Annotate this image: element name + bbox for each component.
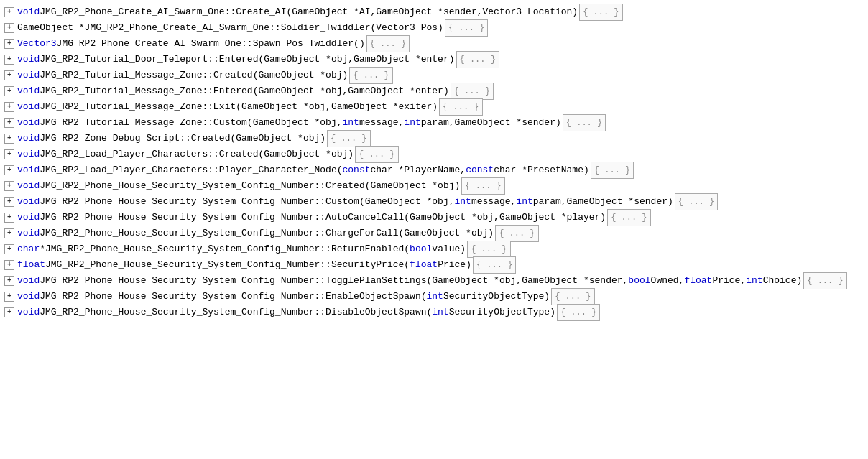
kw-char-16: char [17, 241, 40, 257]
kw-void-10: void [17, 147, 40, 162]
expand-btn-15[interactable]: + [4, 228, 14, 238]
expand-btn-2[interactable]: + [4, 23, 14, 33]
expand-btn-3[interactable]: + [4, 39, 14, 49]
kw-void-4: void [17, 52, 40, 68]
code-line-1: + void JMG_RP2_Phone_Create_AI_Swarm_One… [0, 4, 868, 20]
expand-btn-11[interactable]: + [4, 165, 14, 175]
fn-sig-17a: JMG_RP2_Phone_House_Security_System_Conf… [45, 257, 410, 273]
fn-sig-3: JMG_RP2_Phone_Create_AI_Swarm_One::Spawn… [57, 36, 365, 52]
kw-void-6: void [17, 83, 40, 99]
kw-int-13a: int [455, 194, 471, 210]
collapse-16[interactable]: { ... } [467, 241, 510, 258]
fn-sig-10: JMG_RP2_Load_Player_Characters::Created(… [40, 147, 354, 162]
expand-btn-6[interactable]: + [4, 86, 14, 96]
collapse-19[interactable]: { ... } [551, 288, 594, 305]
expand-btn-20[interactable]: + [4, 307, 14, 317]
fn-sig-1: JMG_RP2_Phone_Create_AI_Swarm_One::Creat… [40, 4, 578, 20]
kw-bool-18: bool [628, 273, 650, 289]
expand-btn-1[interactable]: + [4, 7, 14, 17]
code-line-12: + void JMG_RP2_Phone_House_Security_Syst… [0, 178, 868, 194]
fn-sig-14: JMG_RP2_Phone_House_Security_System_Conf… [40, 210, 606, 226]
collapse-10[interactable]: { ... } [355, 146, 398, 163]
collapse-17[interactable]: { ... } [473, 256, 516, 274]
kw-void-7: void [17, 99, 40, 115]
kw-float-18: float [684, 273, 712, 289]
fn-sig-9: JMG_RP2_Zone_Debug_Script::Created(GameO… [40, 131, 326, 147]
fn-sig-6: JMG_RP2_Tutorial_Message_Zone::Entered(G… [40, 83, 449, 99]
collapse-7[interactable]: { ... } [439, 98, 482, 116]
expand-btn-9[interactable]: + [4, 134, 14, 144]
expand-btn-5[interactable]: + [4, 70, 14, 80]
collapse-15[interactable]: { ... } [495, 225, 538, 242]
fn-sig-12: JMG_RP2_Phone_House_Security_System_Conf… [40, 178, 460, 194]
kw-void-1: void [17, 4, 40, 20]
code-line-15: + void JMG_RP2_Phone_House_Security_Syst… [0, 226, 868, 241]
fn-sig-18d: Choice) [763, 273, 803, 289]
fn-sig-19b: SecurityObjectType) [443, 289, 550, 305]
collapse-9[interactable]: { ... } [327, 130, 370, 147]
collapse-12[interactable]: { ... } [461, 177, 504, 195]
code-container: + void JMG_RP2_Phone_Create_AI_Swarm_One… [0, 3, 868, 322]
collapse-14[interactable]: { ... } [607, 209, 650, 226]
kw-void-11: void [17, 162, 40, 178]
code-line-18: + void JMG_RP2_Phone_House_Security_Syst… [0, 273, 868, 289]
kw-void-9: void [17, 131, 40, 147]
code-line-10: + void JMG_RP2_Load_Player_Characters::C… [0, 147, 868, 162]
code-line-9: + void JMG_RP2_Zone_Debug_Script::Create… [0, 131, 868, 147]
code-line-6: + void JMG_RP2_Tutorial_Message_Zone::En… [0, 83, 868, 99]
kw-void-19: void [17, 289, 40, 305]
fn-sig-11c: char *PresetName) [494, 162, 589, 178]
kw-int-13b: int [516, 194, 532, 210]
collapse-3[interactable]: { ... } [366, 35, 410, 52]
fn-sig-18c: Price, [712, 273, 746, 289]
expand-btn-14[interactable]: + [4, 213, 14, 223]
fn-sig-11b: char *PlayerName, [371, 162, 466, 178]
expand-btn-12[interactable]: + [4, 181, 14, 191]
fn-sig-4: JMG_RP2_Tutorial_Door_Teleport::Entered(… [40, 52, 454, 68]
code-line-4: + void JMG_RP2_Tutorial_Door_Teleport::E… [0, 52, 868, 68]
fn-sig-2: GameObject *JMG_RP2_Phone_Create_AI_Swar… [17, 20, 443, 36]
fn-sig-13b: message, [471, 194, 516, 210]
collapse-2[interactable]: { ... } [445, 19, 488, 37]
kw-void-8: void [17, 115, 40, 131]
collapse-20[interactable]: { ... } [557, 304, 600, 321]
expand-btn-8[interactable]: + [4, 118, 14, 128]
expand-btn-13[interactable]: + [4, 197, 14, 207]
code-line-8: + void JMG_RP2_Tutorial_Message_Zone::Cu… [0, 115, 868, 131]
fn-sig-8c: param,GameObject *sender) [421, 115, 561, 131]
expand-btn-18[interactable]: + [4, 276, 14, 286]
expand-btn-7[interactable]: + [4, 102, 14, 112]
expand-btn-4[interactable]: + [4, 55, 14, 65]
collapse-11[interactable]: { ... } [591, 162, 634, 179]
kw-int-8a: int [343, 115, 359, 131]
expand-btn-17[interactable]: + [4, 260, 14, 270]
expand-btn-10[interactable]: + [4, 149, 14, 159]
kw-int-20: int [432, 305, 448, 320]
kw-void-14: void [17, 210, 40, 226]
code-line-13: + void JMG_RP2_Phone_House_Security_Syst… [0, 194, 868, 210]
kw-int-19: int [427, 289, 443, 305]
code-line-19: + void JMG_RP2_Phone_House_Security_Syst… [0, 289, 868, 305]
fn-sig-8b: message, [359, 115, 404, 131]
collapse-6[interactable]: { ... } [451, 83, 494, 100]
expand-btn-19[interactable]: + [4, 292, 14, 302]
kw-const-11b: const [466, 162, 494, 178]
fn-sig-17b: Price) [438, 257, 471, 273]
code-line-11: + void JMG_RP2_Load_Player_Characters::P… [0, 162, 868, 178]
kw-void-18: void [17, 273, 40, 289]
kw-void-5: void [17, 68, 40, 83]
collapse-13[interactable]: { ... } [675, 193, 718, 210]
collapse-5[interactable]: { ... } [349, 67, 392, 84]
collapse-18[interactable]: { ... } [803, 272, 846, 289]
fn-sig-20b: SecurityObjectType) [449, 305, 555, 320]
collapse-8[interactable]: { ... } [563, 114, 606, 131]
collapse-1[interactable]: { ... } [579, 4, 622, 21]
fn-sig-20a: JMG_RP2_Phone_House_Security_System_Conf… [40, 305, 432, 320]
fn-sig-18b: Owned, [651, 273, 685, 289]
fn-sig-13c: param,GameObject *sender) [533, 194, 673, 210]
fn-sig-16b: value) [432, 241, 466, 257]
collapse-4[interactable]: { ... } [456, 51, 499, 68]
expand-btn-16[interactable]: + [4, 244, 14, 254]
code-line-7: + void JMG_RP2_Tutorial_Message_Zone::Ex… [0, 99, 868, 115]
fn-sig-16a: *JMG_RP2_Phone_House_Security_System_Con… [40, 241, 410, 257]
